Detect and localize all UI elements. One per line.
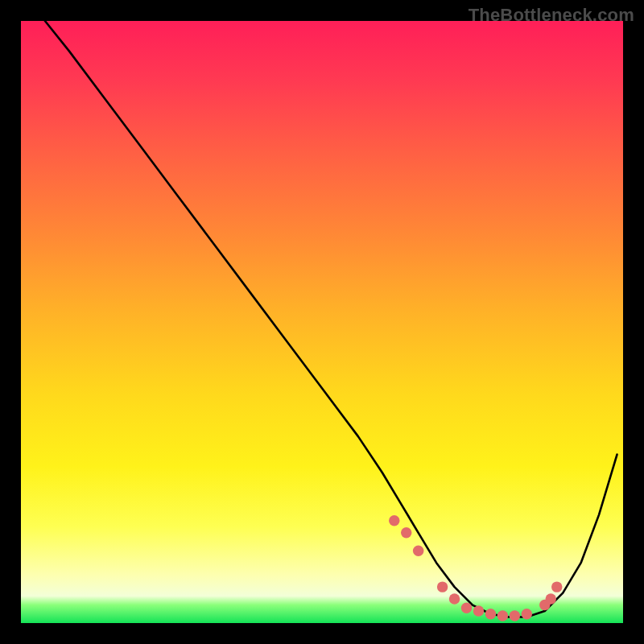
curve-line: [45, 21, 617, 617]
marker-dot: [497, 610, 508, 621]
marker-dot: [461, 603, 472, 613]
marker-dot: [437, 581, 448, 592]
marker-dot: [449, 593, 460, 604]
marker-dot: [389, 515, 399, 526]
marker-dot: [551, 581, 562, 592]
marker-dot: [413, 546, 423, 556]
marker-dot: [510, 610, 520, 621]
marker-dot: [546, 593, 556, 604]
chart-svg: [21, 21, 623, 623]
marker-dot: [401, 527, 411, 538]
chart-stage: TheBottleneck.com: [0, 0, 644, 644]
marker-dot: [522, 609, 532, 619]
marker-dot: [485, 609, 496, 619]
marker-dot: [473, 605, 484, 616]
